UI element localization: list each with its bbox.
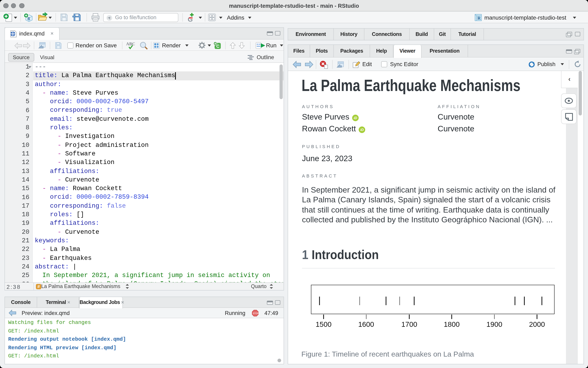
svg-text:STOP: STOP <box>253 312 259 314</box>
svg-text:R: R <box>478 16 481 21</box>
svg-text:G: G <box>188 16 193 23</box>
svg-text:ABC: ABC <box>126 41 135 46</box>
